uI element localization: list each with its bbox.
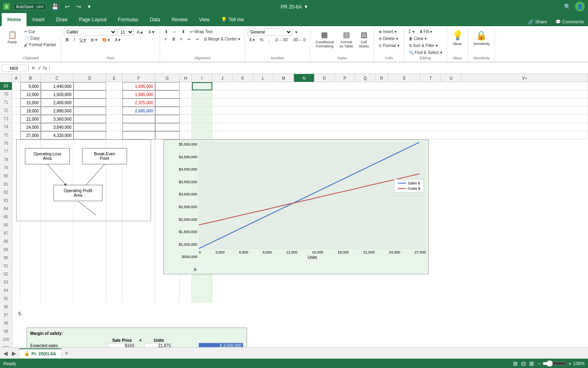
row-75[interactable]: 75 xyxy=(0,131,12,139)
row-93[interactable]: 93 xyxy=(0,278,12,287)
col-header-l[interactable]: L xyxy=(253,74,274,82)
col-header-t[interactable]: T xyxy=(421,74,441,82)
cell-c70[interactable]: 1,920,000 xyxy=(41,90,74,99)
number-format-select[interactable]: General xyxy=(247,29,292,36)
fill-color-button[interactable]: 🎨 ▾ xyxy=(100,37,112,43)
cell-rest-69[interactable] xyxy=(212,82,588,90)
row-100[interactable]: 100 xyxy=(0,336,12,344)
redo-button[interactable]: ↪ xyxy=(75,2,83,11)
row-69[interactable]: 69 xyxy=(0,82,12,90)
increase-indent-button[interactable]: ⇒ xyxy=(194,36,201,42)
col-header-r[interactable]: R xyxy=(376,74,388,82)
page-break-view-button[interactable]: ⊠ xyxy=(529,360,534,367)
prev-sheet-button[interactable]: ◀ xyxy=(2,350,9,357)
underline-button[interactable]: U ▾ xyxy=(78,37,88,43)
row-95[interactable]: 95 xyxy=(0,295,12,303)
border-button[interactable]: ⊞ ▾ xyxy=(89,37,99,43)
col-header-i[interactable]: I xyxy=(192,74,212,82)
row-81[interactable]: 81 xyxy=(0,180,12,188)
increase-font-button[interactable]: A▲ xyxy=(135,29,146,35)
zoom-out-button[interactable]: − xyxy=(537,361,541,367)
normal-view-button[interactable]: ⊞ xyxy=(513,360,518,367)
row-92[interactable]: 92 xyxy=(0,270,12,278)
wrap-text-button[interactable]: ↩ Wrap Text xyxy=(188,29,214,35)
align-right-button[interactable]: ≡ xyxy=(178,36,185,42)
cell-e70[interactable] xyxy=(106,90,122,99)
merge-center-button[interactable]: ⊟ Merge & Center ▾ xyxy=(202,36,242,42)
tab-data[interactable]: Data xyxy=(144,13,166,26)
search-button[interactable]: 🔍 xyxy=(562,2,572,11)
zoom-in-button[interactable]: + xyxy=(568,361,572,367)
increase-decimal-button[interactable]: .0→.00 xyxy=(272,37,290,43)
confirm-formula-icon[interactable]: ✓ xyxy=(37,65,42,71)
add-sheet-button[interactable]: + xyxy=(62,350,71,357)
cell-h69[interactable] xyxy=(180,82,192,90)
font-size-select[interactable]: 11 xyxy=(118,29,134,36)
format-as-table-button[interactable]: ▤ Formatas Table xyxy=(337,29,355,50)
comma-button[interactable]: , xyxy=(266,37,272,43)
row-96[interactable]: 96 xyxy=(0,303,12,311)
col-header-p[interactable]: P xyxy=(335,74,355,82)
share-button[interactable]: 🔗 Share xyxy=(524,18,551,26)
col-header-e[interactable]: E xyxy=(106,74,122,82)
tab-view[interactable]: View xyxy=(194,13,216,26)
row-85[interactable]: 85 xyxy=(0,213,12,221)
customize-button[interactable]: ▾ xyxy=(86,2,92,11)
row-99[interactable]: 99 xyxy=(0,328,12,336)
cell-f70[interactable]: 1,965,000 xyxy=(122,90,155,99)
tab-review[interactable]: Review xyxy=(166,13,193,26)
col-header-u[interactable]: U xyxy=(441,74,461,82)
cell-d69[interactable] xyxy=(74,82,106,90)
percent-button[interactable]: % xyxy=(258,37,265,43)
cell-g69[interactable] xyxy=(155,82,180,90)
italic-button[interactable]: I xyxy=(71,37,77,43)
row-76[interactable]: 76 xyxy=(0,139,12,148)
row-87[interactable]: 87 xyxy=(0,229,12,238)
row-86[interactable]: 86 xyxy=(0,221,12,229)
row-82[interactable]: 82 xyxy=(0,188,12,197)
row-78[interactable]: 78 xyxy=(0,156,12,164)
row-98[interactable]: 98 xyxy=(0,319,12,328)
tab-draw[interactable]: Draw xyxy=(50,13,73,26)
insert-function-icon[interactable]: fx xyxy=(43,65,47,71)
zoom-slider[interactable] xyxy=(542,360,567,367)
row-72[interactable]: 72 xyxy=(0,107,12,115)
user-avatar[interactable]: 👤 xyxy=(575,2,585,11)
decrease-decimal-button[interactable]: .00→.0 xyxy=(290,37,307,43)
formula-input[interactable] xyxy=(52,65,586,72)
align-top-button[interactable]: ⬆ xyxy=(163,29,170,35)
bold-button[interactable]: B xyxy=(64,37,71,43)
delete-button[interactable]: ⊖ Delete ▾ xyxy=(376,36,400,42)
col-header-g[interactable]: G xyxy=(155,74,180,82)
clear-button[interactable]: 🗑 Clear ▾ xyxy=(407,36,429,42)
row-91[interactable]: 91 xyxy=(0,262,12,270)
col-header-f[interactable]: F xyxy=(122,74,155,82)
tab-formulas[interactable]: Formulas xyxy=(112,13,144,26)
cell-reference-input[interactable] xyxy=(2,65,26,72)
page-layout-view-button[interactable]: ⊟ xyxy=(521,360,526,367)
format-painter-button[interactable]: 🖌 Format Painter xyxy=(22,42,58,48)
cell-e69[interactable] xyxy=(106,82,122,90)
col-header-n[interactable]: N xyxy=(294,74,314,82)
cell-c69[interactable]: 1,440,000 xyxy=(41,82,74,90)
row-89[interactable]: 89 xyxy=(0,246,12,254)
autosum-button[interactable]: Σ ▾ xyxy=(407,29,416,35)
next-sheet-button[interactable]: ▶ xyxy=(10,350,18,357)
font-family-select[interactable]: Calibri xyxy=(64,29,117,36)
col-header-o[interactable]: O xyxy=(314,74,335,82)
undo-button[interactable]: ↩ xyxy=(63,2,71,11)
row-88[interactable]: 88 xyxy=(0,238,12,246)
tab-home[interactable]: Home xyxy=(2,13,27,26)
comments-button[interactable]: 💬 Comments xyxy=(551,18,588,26)
row-77[interactable]: 77 xyxy=(0,148,12,156)
sensitivity-button[interactable]: 🔒 Sensitivity xyxy=(471,29,492,47)
col-header-q[interactable]: Q xyxy=(355,74,376,82)
col-header-a[interactable]: A xyxy=(12,74,20,82)
row-101[interactable]: 101 xyxy=(0,344,12,347)
col-header-d[interactable]: D xyxy=(74,74,106,82)
decrease-indent-button[interactable]: ⇐ xyxy=(185,36,193,42)
save-button[interactable]: 💾 xyxy=(50,2,60,11)
col-header-m[interactable]: M xyxy=(274,74,294,82)
row-74[interactable]: 74 xyxy=(0,123,12,131)
row-80[interactable]: 80 xyxy=(0,172,12,180)
